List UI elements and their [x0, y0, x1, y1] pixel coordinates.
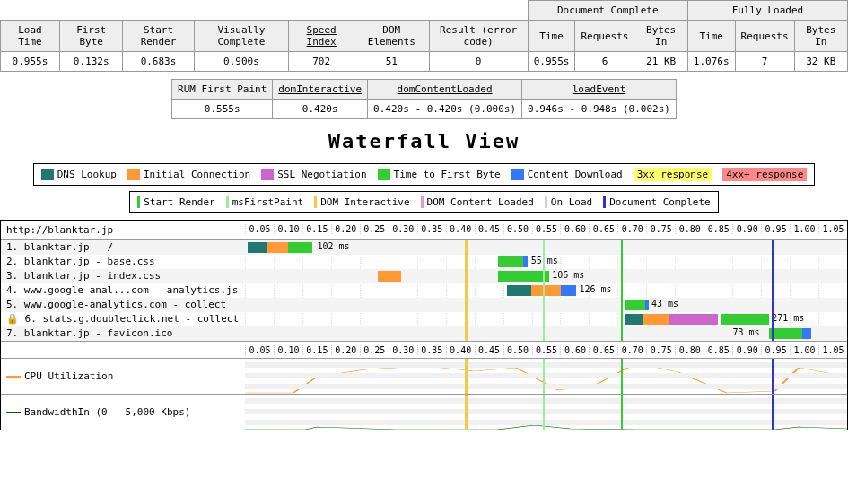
time-tick: 1.05 [818, 224, 847, 234]
legend-item: Document Complete [603, 196, 711, 208]
metric-value: 0.132s [59, 52, 122, 72]
rum-value: 0.420s [273, 100, 368, 119]
time-tick: 0.05 [245, 345, 274, 355]
waterfall-chart: http://blanktar.jp 0.050.100.150.200.250… [0, 220, 848, 430]
bandwidth-label: BandwidthIn (0 - 5,000 Kbps) [24, 406, 190, 418]
time-tick: 0.80 [675, 224, 704, 234]
waterfall-title: Waterfall View [0, 130, 848, 152]
time-tick: 0.15 [302, 345, 331, 355]
time-tick: 0.35 [417, 224, 446, 234]
waterfall-row[interactable]: 7. blanktar.jp - favicon.ico73 ms [1, 326, 847, 341]
legend-item: DNS Lookup [41, 168, 117, 181]
request-label: 5. www.google-analytics.com - collect [1, 298, 245, 312]
time-tick: 0.10 [274, 224, 302, 234]
legend-item: On Load [545, 196, 592, 208]
metric-header: Start Render [123, 21, 194, 52]
time-tick: 0.50 [503, 345, 532, 355]
metric-header: Time [528, 21, 575, 52]
metric-header: Visually Complete [194, 21, 289, 52]
time-tick: 0.40 [446, 345, 475, 355]
request-label: 4. www.google-anal...com - analytics.js [1, 283, 245, 298]
request-label: 2. blanktar.jp - base.css [1, 255, 245, 269]
legend-item: Start Render [137, 196, 214, 208]
waterfall-row[interactable]: 1. blanktar.jp - /102 ms [1, 240, 847, 255]
legend-item: Time to First Byte [378, 168, 501, 181]
legend-item: SSL Negotiation [261, 168, 366, 181]
time-tick: 0.70 [617, 224, 646, 234]
cpu-section: CPU Utilization [1, 358, 847, 394]
time-tick: 1.00 [790, 224, 818, 234]
legend-markers: Start RendermsFirstPaintDOM InteractiveD… [129, 191, 718, 213]
metric-value: 0.955s [1, 52, 60, 72]
request-label: 🔒 6. stats.g.doubleclick.net - collect [1, 312, 245, 326]
waterfall-url: http://blanktar.jp [1, 221, 245, 239]
time-tick: 0.80 [675, 345, 704, 355]
time-tick: 0.05 [245, 224, 274, 234]
time-tick: 0.20 [331, 345, 360, 355]
metric-value: 7 [735, 52, 794, 72]
time-tick: 0.75 [646, 345, 675, 355]
metric-value: 21 KB [634, 52, 687, 72]
metric-value: 0.955s [528, 52, 575, 72]
cpu-label: CPU Utilization [24, 370, 113, 382]
legend-item: 4xx+ response [722, 168, 807, 181]
request-label: 7. blanktar.jp - favicon.ico [1, 326, 245, 341]
time-tick: 0.25 [360, 345, 389, 355]
metrics-table-top: Document Complete Fully Loaded Load Time… [0, 0, 848, 72]
waterfall-row[interactable]: 🔒 6. stats.g.doubleclick.net - collect27… [1, 312, 847, 326]
time-tick: 0.15 [302, 224, 331, 234]
time-tick: 0.85 [704, 224, 732, 234]
metric-value: 702 [289, 52, 354, 72]
bandwidth-section: BandwidthIn (0 - 5,000 Kbps) [1, 394, 847, 430]
time-tick: 0.60 [560, 224, 589, 234]
legend-phases: DNS LookupInitial ConnectionSSL Negotiat… [33, 163, 816, 186]
time-tick: 0.30 [389, 224, 417, 234]
legend-item: DOM Interactive [314, 196, 409, 208]
metric-value: 1.076s [687, 52, 735, 72]
rum-header: loadEvent [522, 80, 677, 100]
time-tick: 1.00 [790, 345, 818, 355]
waterfall-row[interactable]: 2. blanktar.jp - base.css55 ms [1, 255, 847, 269]
time-tick: 0.65 [589, 345, 617, 355]
rum-value: 0.555s [172, 100, 273, 119]
time-tick: 0.55 [532, 224, 561, 234]
time-tick: 0.70 [617, 345, 646, 355]
time-tick: 0.60 [560, 345, 589, 355]
metric-value: 6 [575, 52, 634, 72]
group-fully-loaded: Fully Loaded [687, 1, 847, 21]
metric-header: Bytes In [794, 21, 847, 52]
legend-item: DOM Content Loaded [421, 196, 534, 208]
rum-header: domContentLoaded [368, 80, 522, 100]
metric-header: First Byte [59, 21, 122, 52]
waterfall-row[interactable]: 5. www.google-analytics.com - collect43 … [1, 298, 847, 312]
waterfall-row[interactable]: 4. www.google-anal...com - analytics.js1… [1, 283, 847, 298]
metric-header: DOM Elements [354, 21, 429, 52]
metric-value: 32 KB [794, 52, 847, 72]
request-label: 1. blanktar.jp - / [1, 240, 245, 255]
metric-value: 0.683s [123, 52, 194, 72]
time-tick: 0.10 [274, 345, 302, 355]
time-tick: 0.90 [732, 224, 761, 234]
metric-header: Result (error code) [429, 21, 528, 52]
time-tick: 0.50 [503, 224, 532, 234]
waterfall-row[interactable]: 3. blanktar.jp - index.css106 ms [1, 269, 847, 283]
time-tick: 0.30 [389, 345, 417, 355]
time-tick: 0.25 [360, 224, 389, 234]
time-tick: 0.90 [732, 345, 761, 355]
rum-value: 0.420s - 0.420s (0.000s) [368, 100, 522, 119]
metric-value: 51 [354, 52, 429, 72]
time-tick: 0.40 [446, 224, 475, 234]
legend-item: 3xx response [634, 168, 712, 181]
lock-icon: 🔒 [6, 313, 19, 325]
time-tick: 0.85 [704, 345, 732, 355]
time-tick: 0.95 [761, 224, 790, 234]
metric-value: 0.900s [194, 52, 289, 72]
rum-table: RUM First PaintdomInteractivedomContentL… [171, 79, 677, 119]
legend-item: Content Download [511, 168, 623, 181]
group-doc-complete: Document Complete [528, 1, 687, 21]
metric-value: 0 [429, 52, 528, 72]
request-label: 3. blanktar.jp - index.css [1, 269, 245, 283]
legend-item: Initial Connection [127, 168, 250, 181]
time-tick: 0.65 [589, 224, 617, 234]
time-tick: 0.95 [761, 345, 790, 355]
